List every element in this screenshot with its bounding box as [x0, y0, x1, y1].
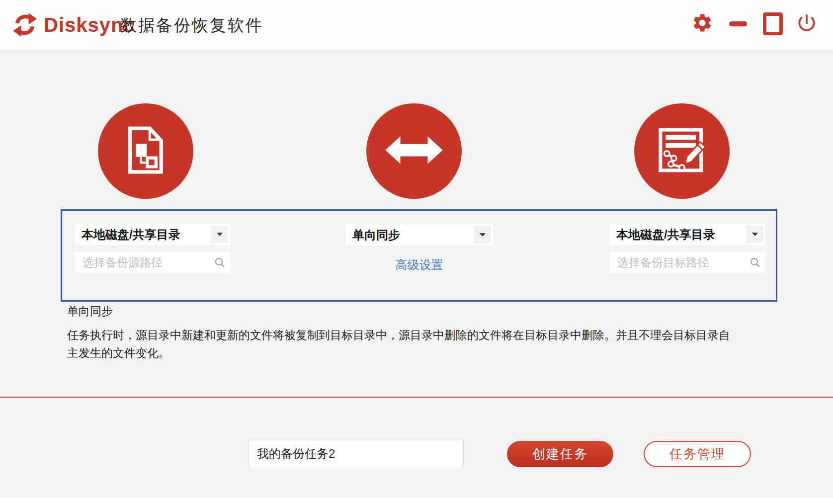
sync-mode-value: 单向同步	[352, 224, 400, 246]
sync-mode-select[interactable]: 单向同步	[345, 224, 493, 246]
target-path-field	[609, 252, 765, 273]
power-button[interactable]	[795, 12, 818, 35]
search-icon[interactable]	[750, 257, 760, 268]
source-path-input[interactable]	[75, 252, 230, 273]
power-icon	[796, 12, 818, 36]
source-document-icon	[127, 126, 165, 176]
sync-mode-title: 单向同步	[67, 304, 113, 319]
maximize-icon	[763, 12, 783, 35]
chevron-down-icon[interactable]	[211, 226, 228, 243]
red-divider	[0, 397, 833, 398]
target-path-input[interactable]	[609, 252, 765, 273]
gear-icon	[691, 12, 713, 36]
bottom-strip	[0, 498, 833, 504]
source-path-field	[75, 252, 230, 273]
settings-button[interactable]	[691, 12, 714, 35]
sync-mode-description: 任务执行时，源目录中新建和更新的文件将被复制到目标目录中，源目录中删除的文件将在…	[67, 326, 736, 362]
title-bar: Disksync 数据备份恢复软件	[0, 0, 833, 50]
chevron-down-icon[interactable]	[747, 226, 763, 243]
target-circle-badge	[634, 103, 730, 199]
minimize-icon	[729, 21, 747, 26]
source-type-value: 本地磁盘/共享目录	[82, 224, 180, 245]
chevron-down-icon[interactable]	[474, 226, 491, 244]
target-report-edit-icon	[658, 126, 706, 176]
minimize-button[interactable]	[727, 12, 750, 35]
target-type-select[interactable]: 本地磁盘/共享目录	[609, 224, 765, 245]
maximize-button[interactable]	[761, 12, 784, 35]
two-way-arrow-icon	[385, 134, 443, 168]
source-type-select[interactable]: 本地磁盘/共享目录	[75, 224, 230, 245]
sync-mode-circle-badge	[366, 103, 462, 199]
advanced-settings-link[interactable]: 高级设置	[345, 257, 493, 273]
app-window: Disksync 数据备份恢复软件	[0, 0, 833, 504]
app-title: 数据备份恢复软件	[120, 13, 263, 38]
source-circle-badge	[98, 103, 193, 199]
create-task-button[interactable]: 创建任务	[507, 441, 613, 467]
target-type-value: 本地磁盘/共享目录	[616, 224, 715, 245]
sync-arrows-icon	[12, 12, 38, 38]
task-name-input[interactable]	[249, 440, 464, 467]
search-icon[interactable]	[214, 257, 225, 268]
task-manager-button[interactable]: 任务管理	[644, 441, 751, 467]
